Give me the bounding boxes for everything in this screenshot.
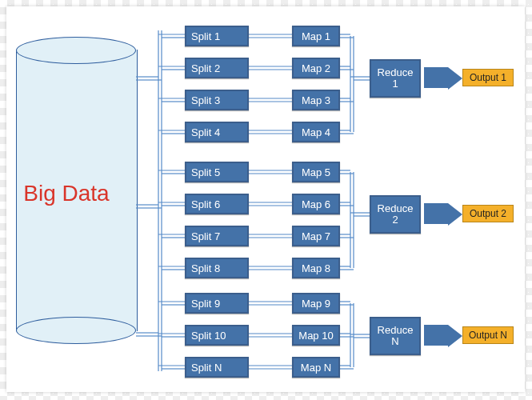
arrow-head-icon: [448, 325, 462, 347]
arrow-head-icon: [448, 203, 462, 226]
output-node: Output N: [462, 326, 514, 344]
map-node: Map 9: [292, 293, 340, 314]
reduce-node: ReduceN: [370, 317, 421, 355]
arrow-head-icon: [448, 67, 462, 90]
map-node: Map 10: [292, 325, 340, 346]
map-node: Map N: [292, 357, 340, 378]
split-node: Split 4: [185, 122, 249, 142]
map-node: Map 6: [292, 194, 340, 214]
reduce-node: Reduce2: [370, 195, 421, 234]
map-node: Map 3: [292, 90, 340, 110]
map-node: Map 2: [292, 58, 340, 78]
split-node: Split N: [185, 357, 249, 378]
output-node: Output 2: [462, 205, 514, 222]
split-node: Split 9: [185, 293, 249, 314]
arrow-body: [424, 203, 448, 224]
split-node: Split 5: [185, 162, 249, 182]
map-node: Map 1: [292, 26, 340, 46]
split-node: Split 6: [185, 194, 249, 214]
split-node: Split 10: [185, 325, 249, 346]
split-node: Split 8: [185, 258, 249, 278]
split-node: Split 7: [185, 226, 249, 246]
map-node: Map 7: [292, 226, 340, 246]
output-node: Output 1: [462, 69, 514, 86]
map-node: Map 4: [292, 122, 340, 142]
map-node: Map 5: [292, 162, 340, 182]
map-node: Map 8: [292, 258, 340, 278]
split-node: Split 3: [185, 90, 249, 110]
diagram-slide: Big Data Split 1Split 2Split 3Split 4Spl…: [6, 6, 525, 392]
big-data-label: Big Data: [6, 181, 126, 206]
split-node: Split 1: [185, 26, 249, 46]
split-node: Split 2: [185, 58, 249, 78]
arrow-body: [424, 325, 448, 346]
reduce-node: Reduce1: [370, 59, 421, 98]
arrow-body: [424, 67, 448, 88]
